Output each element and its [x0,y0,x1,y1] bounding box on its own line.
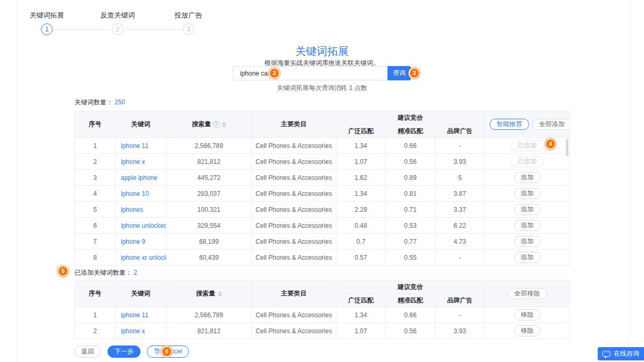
online-chat-button[interactable]: 在线咨询 [598,347,644,360]
add-button[interactable]: 添加 [514,172,541,183]
keyword-link[interactable]: iphone 9 [115,234,167,250]
col-broad: 广泛匹配 [336,125,386,138]
step-circle-3[interactable]: 3 [183,23,194,35]
row-index-cell: 3 [75,170,115,186]
col-volume: 搜索量? [167,111,252,138]
page-title: 关键词拓展 [0,44,644,59]
search-volume-cell: 329,554 [167,218,252,234]
keyword-link[interactable]: iphone xr unlocked [115,250,167,266]
added-table: 序号 关键词 搜索量 主要类目 建议竞价 全部移除 广泛匹配 精准匹配 品牌广告… [75,280,570,339]
exact-bid-cell: 0.55 [386,250,435,266]
brand-bid-cell: 3.93 [435,323,485,339]
col-volume-label: 搜索量 [192,120,211,128]
added-button: 已添加 [511,156,544,167]
keyword-link[interactable]: apple iphone [115,170,167,186]
add-all-button[interactable]: 全部添加 [532,119,570,130]
broad-bid-cell: 1.62 [336,170,386,186]
broad-bid-cell: 1.34 [336,307,386,323]
keyword-link[interactable]: iphone unlocked [115,218,167,234]
search-bar: 查询 [0,66,644,80]
row-index-cell: 8 [75,250,115,266]
sort-icon[interactable] [218,291,222,297]
keyword-link[interactable]: iphone 11 [115,138,167,154]
row-index-cell: 1 [75,138,115,154]
remove-all-button[interactable]: 全部移除 [508,288,547,299]
table-row: 8iphone xr unlocked60,439Cell Phones & A… [75,250,570,266]
sort-icon[interactable] [222,122,226,127]
keyword-link[interactable]: iphone 10 [115,186,167,202]
search-volume-cell: 2,566,789 [167,307,252,323]
row-index-cell: 2 [75,323,115,339]
search-volume-cell: 60,439 [167,250,252,266]
row-index-cell: 6 [75,218,115,234]
remove-button[interactable]: 移除 [514,309,541,320]
brand-bid-cell: - [435,307,485,323]
added-count-value: 2 [134,269,137,276]
col-volume-label: 搜索量 [196,290,216,297]
row-index-cell: 7 [75,234,115,250]
add-button[interactable]: 添加 [514,236,541,247]
keyword-expansion-page: 关键词拓展 1 反查关键词 2 投放广告 3 关键词拓展 根据海量实战关键词库推… [0,0,644,362]
step-place-ads: 投放广告 3 [156,11,220,35]
search-volume-cell: 821,812 [167,323,252,339]
exact-bid-cell: 0.77 [386,234,435,250]
category-cell: Cell Phones & Accessories [252,202,336,218]
category-cell: Cell Phones & Accessories [252,170,336,186]
help-icon[interactable]: ? [213,121,220,128]
annotation-badge-3: 3 [410,69,419,78]
col-keyword: 关键词 [115,111,167,138]
category-cell: Cell Phones & Accessories [252,307,336,323]
add-button[interactable]: 添加 [514,220,541,231]
broad-bid-cell: 1.34 [336,138,386,154]
broad-bid-cell: 0.57 [336,250,386,266]
keyword-search-input[interactable] [233,66,387,80]
keyword-link[interactable]: iphone x [115,323,167,339]
smart-recommend-button[interactable]: 智能推荐 [490,119,529,130]
keyword-link[interactable]: iphones [115,202,167,218]
query-button[interactable]: 查询 [387,66,411,80]
exact-bid-cell: 0.89 [386,170,435,186]
col-no: 序号 [75,281,115,307]
search-volume-cell: 100,321 [167,202,252,218]
brand-bid-cell: - [435,138,485,154]
brand-bid-cell: 6.22 [435,218,485,234]
keyword-count-value: 250 [114,98,125,106]
search-volume-cell: 283,037 [167,186,252,202]
step-circle-2[interactable]: 2 [112,23,123,35]
table-row: 1iphone 112,566,789Cell Phones & Accesso… [75,307,570,323]
col-exact: 精准匹配 [386,294,435,307]
step-label: 反查关键词 [86,11,150,20]
broad-bid-cell: 2.29 [336,202,386,218]
action-cell: 移除 [485,307,570,323]
category-cell: Cell Phones & Accessories [252,138,336,154]
brand-bid-cell: 4.73 [435,234,485,250]
table-row: 5iphones100,321Cell Phones & Accessories… [75,202,570,218]
footer-actions: 返回 下一步 导出Excel [75,345,189,358]
category-cell: Cell Phones & Accessories [252,154,336,170]
back-button[interactable]: 返回 [75,345,101,358]
col-bid-group: 建议竞价 [336,281,485,294]
col-category: 主要类目 [252,281,336,307]
row-index-cell: 1 [75,307,115,323]
next-step-button[interactable]: 下一步 [108,345,141,358]
step-keyword-expansion: 关键词拓展 1 [15,11,79,35]
add-button[interactable]: 添加 [514,252,541,263]
brand-bid-cell: - [435,250,485,266]
exact-bid-cell: 0.66 [386,307,435,323]
keyword-link[interactable]: iphone 11 [115,307,167,323]
added-button: 已添加 [511,140,544,151]
add-button[interactable]: 添加 [514,204,541,215]
keyword-count-label: 关键词数量： [75,98,113,106]
search-volume-cell: 821,812 [167,154,252,170]
step-connector [125,29,181,30]
step-connector [54,29,111,30]
results-table: 序号 关键词 搜索量? 主要类目 建议竞价 智能推荐全部添加 广泛匹配 精准匹配… [75,111,570,266]
keyword-link[interactable]: iphone x [115,154,167,170]
col-keyword: 关键词 [115,281,167,307]
row-index-cell: 4 [75,186,115,202]
step-circle-1[interactable]: 1 [41,23,53,35]
remove-button[interactable]: 移除 [514,325,541,336]
table-scrollbar[interactable] [566,139,568,156]
header-actions: 全部移除 [485,281,570,307]
add-button[interactable]: 添加 [514,188,541,199]
